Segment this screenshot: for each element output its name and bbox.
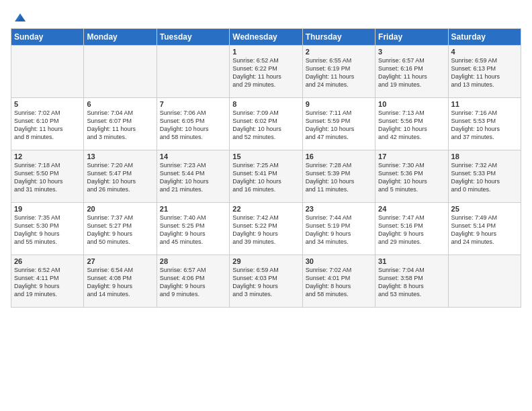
calendar-day-26: 26Sunrise: 6:52 AM Sunset: 4:11 PM Dayli… (11, 255, 84, 308)
page-container: SundayMondayTuesdayWednesdayThursdayFrid… (0, 0, 532, 314)
calendar-day-29: 29Sunrise: 6:59 AM Sunset: 4:03 PM Dayli… (230, 255, 302, 308)
day-number: 4 (451, 48, 518, 56)
calendar-day-24: 24Sunrise: 7:47 AM Sunset: 5:16 PM Dayli… (375, 203, 448, 255)
calendar-day-30: 30Sunrise: 7:02 AM Sunset: 4:01 PM Dayli… (302, 255, 375, 308)
calendar-day-22: 22Sunrise: 7:42 AM Sunset: 5:22 PM Dayli… (230, 203, 302, 255)
calendar-empty-cell (11, 46, 84, 98)
day-number: 22 (232, 205, 299, 213)
day-header-tuesday: Tuesday (157, 29, 229, 46)
day-number: 26 (14, 257, 81, 265)
day-header-thursday: Thursday (302, 29, 375, 46)
day-number: 23 (306, 205, 372, 213)
calendar-day-31: 31Sunrise: 7:04 AM Sunset: 3:58 PM Dayli… (375, 255, 448, 308)
day-info: Sunrise: 7:37 AM Sunset: 5:27 PM Dayligh… (87, 214, 153, 246)
calendar-week-5: 26Sunrise: 6:52 AM Sunset: 4:11 PM Dayli… (11, 255, 521, 308)
day-info: Sunrise: 7:18 AM Sunset: 5:50 PM Dayligh… (14, 161, 81, 194)
day-info: Sunrise: 7:04 AM Sunset: 6:07 PM Dayligh… (87, 109, 153, 142)
day-info: Sunrise: 7:35 AM Sunset: 5:30 PM Dayligh… (14, 214, 81, 246)
day-info: Sunrise: 7:25 AM Sunset: 5:41 PM Dayligh… (232, 161, 299, 194)
day-info: Sunrise: 6:57 AM Sunset: 4:06 PM Dayligh… (160, 266, 226, 299)
calendar-week-2: 5Sunrise: 7:02 AM Sunset: 6:10 PM Daylig… (11, 98, 521, 150)
day-info: Sunrise: 7:04 AM Sunset: 3:58 PM Dayligh… (378, 266, 445, 299)
day-number: 11 (451, 100, 518, 108)
calendar-week-3: 12Sunrise: 7:18 AM Sunset: 5:50 PM Dayli… (11, 150, 521, 203)
calendar-day-2: 2Sunrise: 6:55 AM Sunset: 6:19 PM Daylig… (302, 46, 375, 98)
day-info: Sunrise: 7:28 AM Sunset: 5:39 PM Dayligh… (306, 161, 372, 194)
day-info: Sunrise: 7:40 AM Sunset: 5:25 PM Dayligh… (160, 214, 226, 246)
calendar-header-row: SundayMondayTuesdayWednesdayThursdayFrid… (11, 29, 521, 46)
calendar-day-1: 1Sunrise: 6:52 AM Sunset: 6:22 PM Daylig… (230, 46, 302, 98)
calendar-table: SundayMondayTuesdayWednesdayThursdayFrid… (11, 28, 521, 308)
day-header-friday: Friday (375, 29, 448, 46)
day-number: 15 (232, 152, 299, 161)
day-number: 9 (306, 100, 372, 108)
calendar-week-1: 1Sunrise: 6:52 AM Sunset: 6:22 PM Daylig… (11, 46, 521, 98)
calendar-empty-cell (448, 255, 521, 308)
calendar-day-6: 6Sunrise: 7:04 AM Sunset: 6:07 PM Daylig… (84, 98, 157, 150)
day-number: 25 (451, 205, 518, 213)
calendar-day-20: 20Sunrise: 7:37 AM Sunset: 5:27 PM Dayli… (84, 203, 157, 255)
day-number: 14 (160, 152, 226, 161)
day-info: Sunrise: 6:57 AM Sunset: 6:16 PM Dayligh… (378, 56, 445, 89)
day-info: Sunrise: 7:30 AM Sunset: 5:36 PM Dayligh… (378, 161, 445, 194)
day-number: 31 (378, 257, 445, 265)
calendar-day-17: 17Sunrise: 7:30 AM Sunset: 5:36 PM Dayli… (375, 150, 448, 203)
day-info: Sunrise: 7:47 AM Sunset: 5:16 PM Dayligh… (378, 214, 445, 246)
day-info: Sunrise: 7:42 AM Sunset: 5:22 PM Dayligh… (232, 214, 299, 246)
calendar-day-23: 23Sunrise: 7:44 AM Sunset: 5:19 PM Dayli… (302, 203, 375, 255)
calendar-day-5: 5Sunrise: 7:02 AM Sunset: 6:10 PM Daylig… (11, 98, 84, 150)
day-info: Sunrise: 6:52 AM Sunset: 6:22 PM Dayligh… (232, 56, 299, 89)
header (11, 7, 521, 26)
day-number: 6 (87, 100, 153, 108)
calendar-day-11: 11Sunrise: 7:16 AM Sunset: 5:53 PM Dayli… (448, 98, 521, 150)
day-number: 16 (306, 152, 372, 161)
calendar-day-18: 18Sunrise: 7:32 AM Sunset: 5:33 PM Dayli… (448, 150, 521, 203)
day-number: 10 (378, 100, 445, 108)
day-info: Sunrise: 7:09 AM Sunset: 6:02 PM Dayligh… (232, 109, 299, 142)
calendar-day-8: 8Sunrise: 7:09 AM Sunset: 6:02 PM Daylig… (230, 98, 302, 150)
day-number: 20 (87, 205, 153, 213)
day-info: Sunrise: 7:20 AM Sunset: 5:47 PM Dayligh… (87, 161, 153, 194)
calendar-day-14: 14Sunrise: 7:23 AM Sunset: 5:44 PM Dayli… (157, 150, 229, 203)
day-number: 2 (306, 48, 372, 56)
day-info: Sunrise: 7:32 AM Sunset: 5:33 PM Dayligh… (451, 161, 518, 194)
calendar-day-21: 21Sunrise: 7:40 AM Sunset: 5:25 PM Dayli… (157, 203, 229, 255)
day-header-wednesday: Wednesday (230, 29, 302, 46)
logo (11, 9, 28, 26)
calendar-empty-cell (157, 46, 229, 98)
calendar-day-27: 27Sunrise: 6:54 AM Sunset: 4:08 PM Dayli… (84, 255, 157, 308)
day-number: 30 (306, 257, 372, 265)
day-info: Sunrise: 6:59 AM Sunset: 4:03 PM Dayligh… (232, 266, 299, 299)
day-number: 29 (232, 257, 299, 265)
day-number: 3 (378, 48, 445, 56)
day-number: 27 (87, 257, 153, 265)
day-number: 18 (451, 152, 518, 161)
day-info: Sunrise: 6:52 AM Sunset: 4:11 PM Dayligh… (14, 266, 81, 299)
calendar-day-15: 15Sunrise: 7:25 AM Sunset: 5:41 PM Dayli… (230, 150, 302, 203)
day-number: 1 (232, 48, 299, 56)
day-info: Sunrise: 7:16 AM Sunset: 5:53 PM Dayligh… (451, 109, 518, 142)
calendar-empty-cell (84, 46, 157, 98)
day-info: Sunrise: 7:06 AM Sunset: 6:05 PM Dayligh… (160, 109, 226, 142)
day-number: 17 (378, 152, 445, 161)
calendar-day-19: 19Sunrise: 7:35 AM Sunset: 5:30 PM Dayli… (11, 203, 84, 255)
day-info: Sunrise: 7:49 AM Sunset: 5:14 PM Dayligh… (451, 214, 518, 246)
calendar-day-13: 13Sunrise: 7:20 AM Sunset: 5:47 PM Dayli… (84, 150, 157, 203)
day-info: Sunrise: 7:44 AM Sunset: 5:19 PM Dayligh… (306, 214, 372, 246)
day-info: Sunrise: 7:02 AM Sunset: 4:01 PM Dayligh… (306, 266, 372, 299)
day-header-sunday: Sunday (11, 29, 84, 46)
day-info: Sunrise: 7:13 AM Sunset: 5:56 PM Dayligh… (378, 109, 445, 142)
day-number: 7 (160, 100, 226, 108)
calendar-day-9: 9Sunrise: 7:11 AM Sunset: 5:59 PM Daylig… (302, 98, 375, 150)
day-info: Sunrise: 7:02 AM Sunset: 6:10 PM Dayligh… (14, 109, 81, 142)
calendar-day-3: 3Sunrise: 6:57 AM Sunset: 6:16 PM Daylig… (375, 46, 448, 98)
day-number: 5 (14, 100, 81, 108)
calendar-day-4: 4Sunrise: 6:59 AM Sunset: 6:13 PM Daylig… (448, 46, 521, 98)
calendar-week-4: 19Sunrise: 7:35 AM Sunset: 5:30 PM Dayli… (11, 203, 521, 255)
day-info: Sunrise: 6:54 AM Sunset: 4:08 PM Dayligh… (87, 266, 153, 299)
day-info: Sunrise: 7:11 AM Sunset: 5:59 PM Dayligh… (306, 109, 372, 142)
calendar-day-16: 16Sunrise: 7:28 AM Sunset: 5:39 PM Dayli… (302, 150, 375, 203)
logo-icon (12, 9, 28, 26)
day-header-monday: Monday (84, 29, 157, 46)
calendar-day-25: 25Sunrise: 7:49 AM Sunset: 5:14 PM Dayli… (448, 203, 521, 255)
